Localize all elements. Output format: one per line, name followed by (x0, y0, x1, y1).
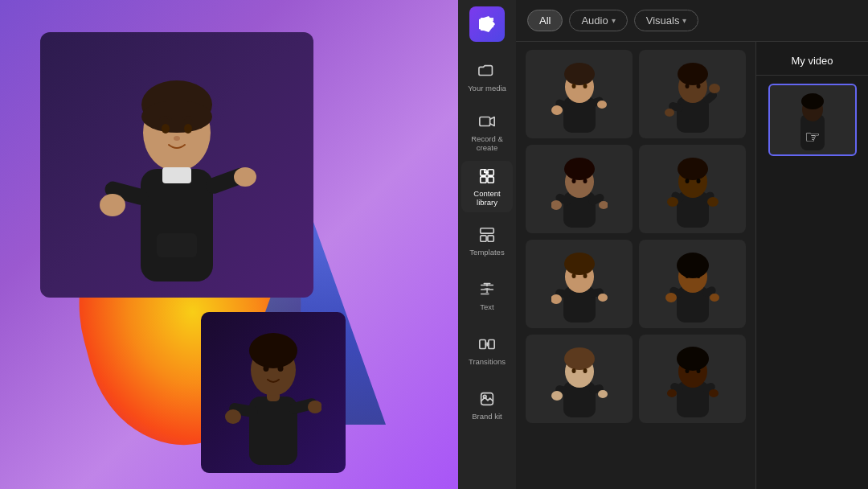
avatar-thumb-2 (665, 56, 721, 133)
svg-point-39 (564, 63, 595, 85)
folder-icon (477, 61, 497, 80)
svg-point-21 (225, 409, 241, 424)
svg-rect-13 (162, 167, 191, 183)
avatar-grid (516, 42, 755, 489)
svg-point-106 (667, 389, 677, 397)
svg-point-41 (583, 84, 587, 88)
avatar-thumb-4 (665, 151, 721, 228)
svg-point-19 (278, 365, 284, 372)
audio-arrow-icon: ▾ (612, 16, 616, 25)
small-avatar-svg (225, 320, 321, 465)
content-library-icon (477, 166, 497, 186)
svg-point-43 (551, 105, 563, 115)
main-avatar-card (40, 32, 313, 298)
svg-point-68 (696, 179, 700, 183)
svg-rect-30 (481, 236, 486, 241)
sidebar-item-label-brand-kit: Brand kit (472, 412, 502, 421)
svg-point-54 (665, 109, 674, 117)
svg-point-86 (696, 273, 700, 278)
svg-rect-28 (488, 177, 493, 183)
sidebar-item-label-templates: Templates (469, 248, 504, 257)
svg-point-4 (141, 101, 212, 133)
svg-point-7 (174, 136, 180, 141)
svg-point-50 (696, 84, 700, 88)
svg-point-72 (707, 197, 719, 207)
svg-rect-27 (481, 177, 486, 183)
filter-visuals-label: Visuals (646, 14, 680, 27)
svg-point-6 (184, 124, 192, 134)
video-thumbnail[interactable]: ☞ (768, 84, 857, 156)
svg-point-59 (583, 179, 587, 183)
grid-cell-2[interactable] (639, 50, 746, 138)
my-video-header: My video (756, 42, 868, 76)
svg-point-70 (667, 197, 678, 207)
svg-point-94 (571, 368, 575, 373)
svg-point-49 (685, 84, 689, 88)
sidebar-item-transitions[interactable]: Transitions (461, 325, 513, 376)
grid-and-video: My video ☞ (516, 42, 868, 489)
filter-bar: All Audio ▾ Visuals ▾ (516, 0, 868, 42)
my-video-content: ☞ (756, 76, 868, 489)
filter-visuals-button[interactable]: Visuals ▾ (634, 10, 699, 31)
sidebar-item-record-create[interactable]: Record & create (461, 106, 513, 158)
grid-cell-5[interactable] (526, 240, 633, 328)
sidebar-item-text[interactable]: T Text (461, 270, 513, 322)
svg-point-45 (597, 101, 607, 109)
svg-point-77 (583, 273, 587, 278)
grid-cell-6[interactable] (639, 240, 746, 328)
visuals-arrow-icon: ▾ (682, 16, 686, 25)
templates-icon (477, 225, 497, 244)
svg-point-40 (571, 84, 575, 88)
app-logo[interactable] (469, 6, 505, 42)
sidebar: Your media Record & create (458, 0, 516, 489)
my-video-panel: My video ☞ (755, 42, 868, 489)
sidebar-item-content-library[interactable]: Content library (461, 161, 513, 212)
svg-point-18 (264, 365, 269, 372)
svg-point-104 (696, 368, 700, 373)
grid-cell-1[interactable] (526, 50, 633, 138)
svg-point-112 (801, 93, 824, 109)
svg-point-81 (598, 294, 608, 302)
svg-point-66 (678, 158, 708, 180)
svg-point-75 (564, 253, 595, 275)
logo-icon (477, 14, 497, 34)
sidebar-item-label-your-media: Your media (468, 84, 506, 92)
grid-cell-4[interactable] (639, 145, 746, 233)
svg-point-57 (564, 158, 595, 180)
svg-point-85 (685, 273, 689, 278)
main-avatar-svg (96, 48, 257, 281)
content-area: All Audio ▾ Visuals ▾ (516, 0, 868, 489)
svg-point-93 (564, 347, 595, 370)
svg-point-99 (598, 390, 608, 398)
svg-point-5 (162, 124, 170, 134)
svg-point-103 (685, 368, 689, 373)
left-canvas-panel (0, 0, 458, 489)
avatar-thumb-1 (551, 56, 608, 133)
filter-audio-label: Audio (581, 14, 608, 27)
svg-point-76 (571, 273, 575, 278)
svg-rect-31 (488, 236, 493, 241)
sidebar-item-brand-kit[interactable]: Brand kit (461, 380, 513, 431)
sidebar-item-templates[interactable]: Templates (461, 216, 513, 267)
grid-cell-3[interactable] (526, 145, 633, 233)
svg-rect-29 (481, 228, 494, 233)
avatar-thumb-6 (665, 246, 721, 323)
svg-point-17 (249, 333, 297, 368)
filter-all-button[interactable]: All (527, 10, 563, 31)
sidebar-item-your-media[interactable]: Your media (461, 51, 513, 103)
sidebar-item-label-content-library: Content library (473, 189, 500, 208)
svg-point-58 (571, 179, 575, 183)
svg-point-11 (234, 167, 256, 187)
grid-cell-8[interactable] (639, 335, 746, 423)
transitions-icon (477, 335, 497, 354)
svg-point-63 (599, 201, 608, 209)
svg-point-52 (709, 84, 720, 93)
filter-audio-button[interactable]: Audio ▾ (569, 10, 627, 31)
avatar-thumb-5 (551, 246, 608, 323)
svg-point-67 (685, 179, 689, 183)
svg-text:T: T (485, 286, 489, 294)
svg-rect-12 (157, 233, 197, 257)
svg-point-88 (665, 293, 677, 302)
grid-cell-7[interactable] (526, 335, 633, 423)
sidebar-item-label-transitions: Transitions (469, 357, 506, 366)
